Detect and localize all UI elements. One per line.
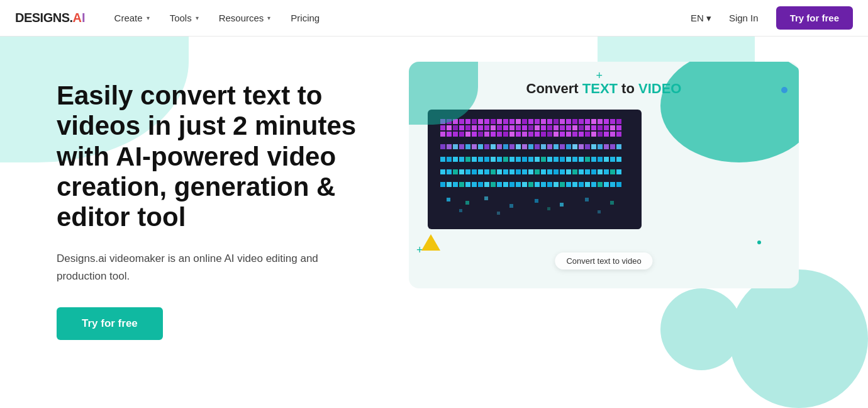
svg-rect-15 xyxy=(528,119,533,124)
svg-rect-81 xyxy=(579,132,584,137)
svg-rect-156 xyxy=(503,169,508,174)
svg-rect-200 xyxy=(598,182,603,187)
svg-rect-101 xyxy=(522,144,527,149)
svg-rect-37 xyxy=(484,125,489,130)
svg-rect-68 xyxy=(497,132,502,137)
svg-rect-97 xyxy=(497,144,502,149)
svg-rect-49 xyxy=(560,125,565,130)
svg-rect-103 xyxy=(535,144,540,149)
svg-rect-145 xyxy=(616,157,621,162)
deco-dot xyxy=(781,87,787,93)
svg-rect-169 xyxy=(585,169,590,174)
svg-rect-135 xyxy=(554,157,559,162)
main-content: Easily convert text to videos in just 2 … xyxy=(0,37,868,408)
svg-rect-18 xyxy=(547,119,552,124)
hero-left: Easily convert text to videos in just 2 … xyxy=(57,74,384,340)
svg-rect-122 xyxy=(472,157,477,162)
sign-in-button[interactable]: Sign In xyxy=(721,8,766,28)
svg-rect-164 xyxy=(554,169,559,174)
svg-rect-12 xyxy=(509,119,515,124)
svg-rect-93 xyxy=(472,144,477,149)
svg-rect-31 xyxy=(447,125,452,130)
svg-rect-69 xyxy=(503,132,508,137)
svg-rect-20 xyxy=(560,119,565,124)
svg-rect-45 xyxy=(535,125,540,130)
svg-rect-151 xyxy=(472,169,477,174)
svg-rect-134 xyxy=(547,157,552,162)
svg-rect-132 xyxy=(535,157,540,162)
svg-rect-137 xyxy=(566,157,571,162)
svg-rect-86 xyxy=(610,132,615,137)
svg-rect-198 xyxy=(585,182,590,187)
svg-rect-75 xyxy=(541,132,546,137)
svg-rect-62 xyxy=(459,132,464,137)
svg-rect-61 xyxy=(453,132,458,137)
svg-rect-150 xyxy=(465,169,470,174)
try-free-nav-button[interactable]: Try for free xyxy=(776,6,853,30)
svg-rect-80 xyxy=(572,132,577,137)
svg-rect-76 xyxy=(547,132,552,137)
svg-rect-147 xyxy=(447,169,452,174)
svg-rect-144 xyxy=(610,157,615,162)
navbar: DESIGNS. AI Create ▾ Tools ▾ Resources ▾… xyxy=(0,0,868,37)
svg-rect-104 xyxy=(541,144,546,149)
svg-rect-92 xyxy=(465,144,470,149)
svg-rect-71 xyxy=(516,132,521,137)
svg-rect-129 xyxy=(516,157,521,162)
svg-rect-102 xyxy=(528,144,533,149)
svg-rect-59 xyxy=(440,132,445,137)
svg-rect-131 xyxy=(528,157,533,162)
svg-rect-201 xyxy=(604,182,609,187)
logo[interactable]: DESIGNS. AI xyxy=(15,11,86,25)
svg-rect-157 xyxy=(509,169,515,174)
svg-rect-63 xyxy=(465,132,470,137)
svg-rect-23 xyxy=(579,119,584,124)
svg-rect-98 xyxy=(503,144,508,149)
svg-rect-182 xyxy=(484,182,489,187)
svg-rect-50 xyxy=(566,125,571,130)
nav-pricing[interactable]: Pricing xyxy=(282,8,328,28)
svg-rect-42 xyxy=(516,125,521,130)
svg-rect-17 xyxy=(541,119,546,124)
svg-rect-112 xyxy=(591,144,596,149)
nav-resources[interactable]: Resources ▾ xyxy=(210,8,280,28)
svg-rect-73 xyxy=(528,132,533,137)
svg-rect-206 xyxy=(484,196,488,200)
svg-rect-127 xyxy=(503,157,508,162)
svg-rect-14 xyxy=(522,119,527,124)
svg-rect-207 xyxy=(509,204,513,208)
svg-rect-64 xyxy=(472,132,477,137)
svg-rect-44 xyxy=(528,125,533,130)
svg-rect-8 xyxy=(484,119,489,124)
nav-tools[interactable]: Tools ▾ xyxy=(161,8,208,28)
svg-rect-108 xyxy=(566,144,571,149)
svg-rect-155 xyxy=(497,169,502,174)
svg-rect-126 xyxy=(497,157,502,162)
svg-rect-189 xyxy=(528,182,533,187)
svg-rect-174 xyxy=(616,169,621,174)
svg-rect-154 xyxy=(491,169,496,174)
language-selector[interactable]: EN ▾ xyxy=(691,13,711,24)
svg-rect-181 xyxy=(478,182,483,187)
deco-dot2 xyxy=(757,241,761,244)
svg-rect-178 xyxy=(459,182,464,187)
nav-create[interactable]: Create ▾ xyxy=(106,8,159,28)
svg-rect-30 xyxy=(440,125,445,130)
card-bg-green xyxy=(660,62,799,162)
svg-rect-65 xyxy=(478,132,483,137)
svg-rect-124 xyxy=(484,157,489,162)
svg-rect-163 xyxy=(547,169,552,174)
nav-links: Create ▾ Tools ▾ Resources ▾ Pricing xyxy=(106,8,691,28)
hero-illustration: + + Convert TEXT to VIDEO xyxy=(409,62,830,288)
svg-rect-188 xyxy=(522,182,527,187)
svg-rect-74 xyxy=(535,132,540,137)
svg-rect-106 xyxy=(554,144,559,149)
svg-rect-118 xyxy=(447,157,452,162)
svg-rect-94 xyxy=(478,144,483,149)
hero-cta-button[interactable]: Try for free xyxy=(57,307,163,340)
svg-rect-77 xyxy=(554,132,559,137)
svg-rect-158 xyxy=(516,169,521,174)
chevron-down-icon: ▾ xyxy=(706,13,711,24)
svg-rect-205 xyxy=(465,201,469,205)
svg-rect-27 xyxy=(604,119,609,124)
